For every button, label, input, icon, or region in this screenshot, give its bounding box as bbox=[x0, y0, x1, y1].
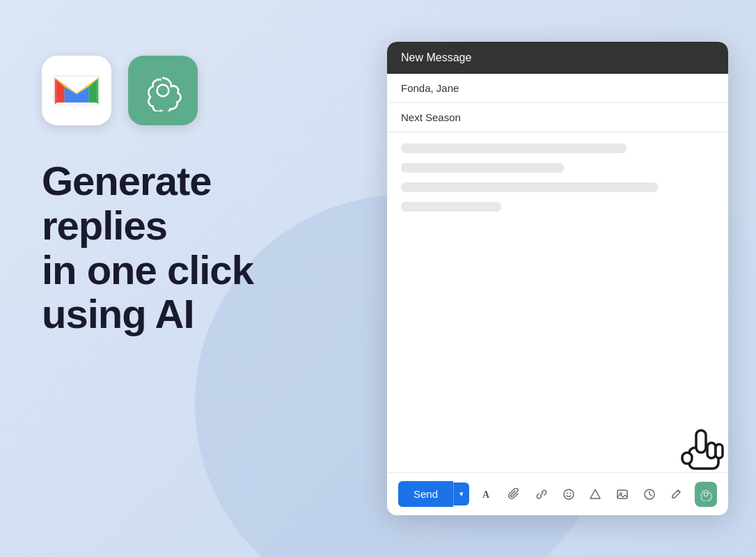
svg-rect-21 bbox=[682, 453, 692, 464]
svg-rect-20 bbox=[716, 444, 723, 458]
headline-line3: in one click bbox=[42, 248, 376, 292]
openai-logo bbox=[142, 70, 184, 111]
app-icons-row bbox=[42, 56, 376, 125]
gmail-app-icon bbox=[42, 56, 111, 125]
format-text-icon[interactable]: A bbox=[479, 485, 496, 504]
svg-point-8 bbox=[564, 489, 574, 499]
skeleton-line-3 bbox=[401, 182, 658, 192]
svg-point-16 bbox=[704, 492, 708, 496]
headline-line2: replies bbox=[42, 203, 376, 248]
drive-icon[interactable] bbox=[587, 485, 604, 504]
compose-subject-value: Next Season bbox=[401, 111, 461, 123]
headline: Generate replies in one click using AI bbox=[42, 159, 376, 336]
svg-rect-18 bbox=[696, 430, 706, 453]
headline-line1: Generate bbox=[42, 159, 376, 203]
openai-app-icon bbox=[128, 56, 198, 125]
compose-to-value: Fonda, Jane bbox=[401, 82, 459, 94]
send-button-group[interactable]: Send ▾ bbox=[398, 481, 469, 507]
compose-header: New Message bbox=[387, 42, 728, 74]
send-button[interactable]: Send bbox=[398, 481, 453, 507]
headline-line4: using AI bbox=[42, 292, 376, 336]
skeleton-line-2 bbox=[401, 163, 564, 173]
edit-icon[interactable] bbox=[668, 485, 685, 504]
svg-rect-19 bbox=[707, 443, 716, 458]
compose-toolbar: Send ▾ A bbox=[387, 472, 728, 515]
svg-rect-13 bbox=[617, 490, 627, 499]
openai-toolbar-button[interactable] bbox=[695, 482, 717, 507]
skeleton-line-4 bbox=[401, 202, 501, 212]
openai-toolbar-icon bbox=[699, 487, 713, 501]
compose-title: New Message bbox=[401, 52, 471, 63]
schedule-send-icon[interactable] bbox=[641, 485, 659, 504]
skeleton-line-1 bbox=[401, 143, 627, 153]
send-dropdown-button[interactable]: ▾ bbox=[453, 483, 469, 505]
photo-icon[interactable] bbox=[614, 485, 631, 504]
cursor-hand bbox=[675, 416, 728, 479]
compose-window: New Message Fonda, Jane Next Season Send… bbox=[387, 42, 728, 515]
compose-subject-field[interactable]: Next Season bbox=[387, 103, 728, 132]
gmail-logo bbox=[52, 72, 101, 109]
left-panel: Generate replies in one click using AI bbox=[42, 56, 376, 336]
svg-marker-11 bbox=[590, 489, 600, 499]
svg-text:A: A bbox=[482, 489, 490, 500]
svg-point-10 bbox=[569, 492, 571, 494]
attach-file-icon[interactable] bbox=[506, 485, 523, 504]
svg-point-9 bbox=[566, 492, 567, 494]
emoji-icon[interactable] bbox=[560, 485, 577, 504]
insert-link-icon[interactable] bbox=[533, 485, 551, 504]
compose-to-field[interactable]: Fonda, Jane bbox=[387, 74, 728, 103]
svg-point-6 bbox=[157, 85, 169, 97]
